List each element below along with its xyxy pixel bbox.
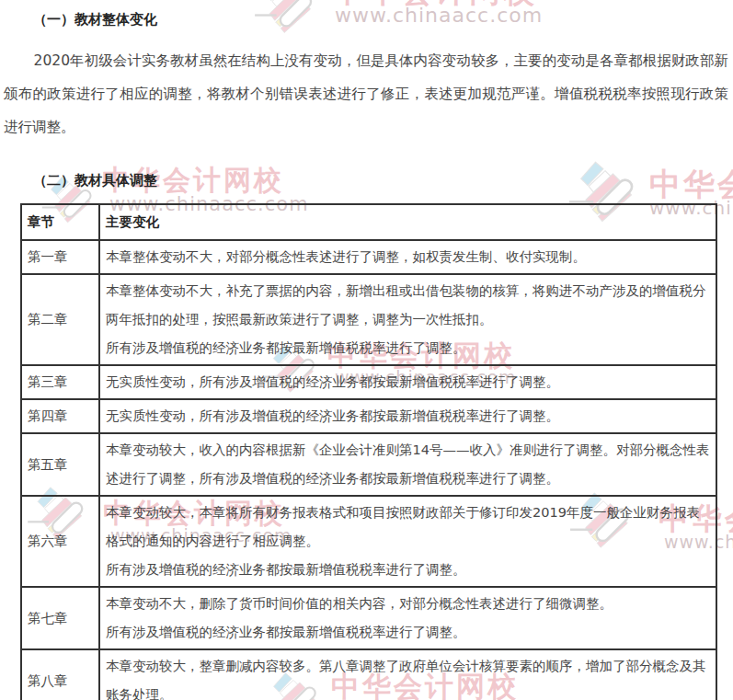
change-line: 本章变动较大，本章将所有财务报表格式和项目按照财政部关于修订印发2019年度一般… bbox=[106, 499, 710, 556]
table-row: 第五章本章变动较大，收入的内容根据新《企业会计准则第14号——收入》准则进行了调… bbox=[21, 433, 716, 496]
chapter-cell: 第四章 bbox=[21, 399, 99, 433]
chapter-cell: 第六章 bbox=[21, 496, 99, 587]
table-row: 第一章本章整体变动不大，对部分概念性表述进行了调整，如权责发生制、收付实现制。 bbox=[21, 240, 716, 274]
change-cell: 无实质性变动，所有涉及增值税的经济业务都按最新增值税税率进行了调整。 bbox=[99, 365, 716, 399]
change-line: 所有涉及增值税的经济业务都按最新增值税税率进行了调整。 bbox=[106, 556, 710, 584]
change-cell: 本章变动较大，收入的内容根据新《企业会计准则第14号——收入》准则进行了调整。对… bbox=[99, 433, 716, 496]
table-row: 第七章本章变动不大，删除了货币时间价值的相关内容，对部分概念性表述进行了细微调整… bbox=[21, 587, 716, 649]
change-line: 无实质性变动，所有涉及增值税的经济业务都按最新增值税税率进行了调整。 bbox=[106, 368, 710, 396]
column-header-chapter: 章节 bbox=[21, 204, 99, 240]
change-line: 所有涉及增值税的经济业务都按最新增值税税率进行了调整。 bbox=[106, 334, 710, 362]
chapter-cell: 第一章 bbox=[21, 240, 99, 274]
chapter-cell: 第三章 bbox=[21, 365, 99, 399]
chapter-cell: 第七章 bbox=[21, 587, 99, 649]
section-heading-overall-change: （一）教材整体变化 bbox=[33, 11, 733, 29]
table-row: 第四章无实质性变动，所有涉及增值税的经济业务都按最新增值税税率进行了调整。 bbox=[21, 399, 716, 433]
change-cell: 本章变动较大，本章将所有财务报表格式和项目按照财政部关于修订印发2019年度一般… bbox=[99, 496, 716, 587]
change-cell: 本章变动不大，删除了货币时间价值的相关内容，对部分概念性表述进行了细微调整。所有… bbox=[99, 587, 716, 649]
change-line: 无实质性变动，所有涉及增值税的经济业务都按最新增值税税率进行了调整。 bbox=[106, 402, 710, 430]
document-page: （一）教材整体变化 2020年初级会计实务教材虽然在结构上没有变动，但是具体内容… bbox=[0, 11, 733, 700]
change-line: 本章变动不大，删除了货币时间价值的相关内容，对部分概念性表述进行了细微调整。 bbox=[106, 590, 710, 618]
table-row: 第二章本章整体变动不大，补充了票据的内容，新增出租或出借包装物的核算，将购进不动… bbox=[21, 274, 716, 365]
table-header-row: 章节 主要变化 bbox=[21, 204, 716, 240]
chapter-cell: 第五章 bbox=[21, 433, 99, 496]
section-heading-specific-adjustments: （二）教材具体调整 bbox=[33, 172, 733, 189]
chapter-cell: 第二章 bbox=[21, 274, 99, 365]
intro-paragraph: 2020年初级会计实务教材虽然在结构上没有变动，但是具体内容变动较多，主要的变动… bbox=[4, 44, 728, 143]
change-cell: 本章变动较大，整章删减内容较多。第八章调整了政府单位会计核算要素的顺序，增加了部… bbox=[99, 649, 716, 700]
table-row: 第八章本章变动较大，整章删减内容较多。第八章调整了政府单位会计核算要素的顺序，增… bbox=[21, 649, 716, 700]
change-cell: 本章整体变动不大，对部分概念性表述进行了调整，如权责发生制、收付实现制。 bbox=[99, 240, 716, 274]
change-line: 本章变动较大，收入的内容根据新《企业会计准则第14号——收入》准则进行了调整。对… bbox=[106, 436, 710, 493]
table-row: 第六章本章变动较大，本章将所有财务报表格式和项目按照财政部关于修订印发2019年… bbox=[21, 496, 716, 587]
change-line: 本章整体变动不大，补充了票据的内容，新增出租或出借包装物的核算，将购进不动产涉及… bbox=[106, 277, 710, 334]
change-line: 本章整体变动不大，对部分概念性表述进行了调整，如权责发生制、收付实现制。 bbox=[106, 243, 710, 271]
changes-table-body: 第一章本章整体变动不大，对部分概念性表述进行了调整，如权责发生制、收付实现制。第… bbox=[21, 240, 716, 700]
change-line: 本章变动较大，整章删减内容较多。第八章调整了政府单位会计核算要素的顺序，增加了部… bbox=[106, 652, 710, 700]
table-row: 第三章无实质性变动，所有涉及增值税的经济业务都按最新增值税税率进行了调整。 bbox=[21, 365, 716, 399]
column-header-main-changes: 主要变化 bbox=[99, 204, 716, 240]
change-cell: 无实质性变动，所有涉及增值税的经济业务都按最新增值税税率进行了调整。 bbox=[99, 399, 716, 433]
change-line: 所有涉及增值税的经济业务都按最新增值税税率进行了调整。 bbox=[106, 618, 710, 647]
change-cell: 本章整体变动不大，补充了票据的内容，新增出租或出借包装物的核算，将购进不动产涉及… bbox=[99, 274, 716, 365]
chapter-cell: 第八章 bbox=[21, 649, 99, 700]
changes-table: 章节 主要变化 第一章本章整体变动不大，对部分概念性表述进行了调整，如权责发生制… bbox=[20, 203, 717, 700]
